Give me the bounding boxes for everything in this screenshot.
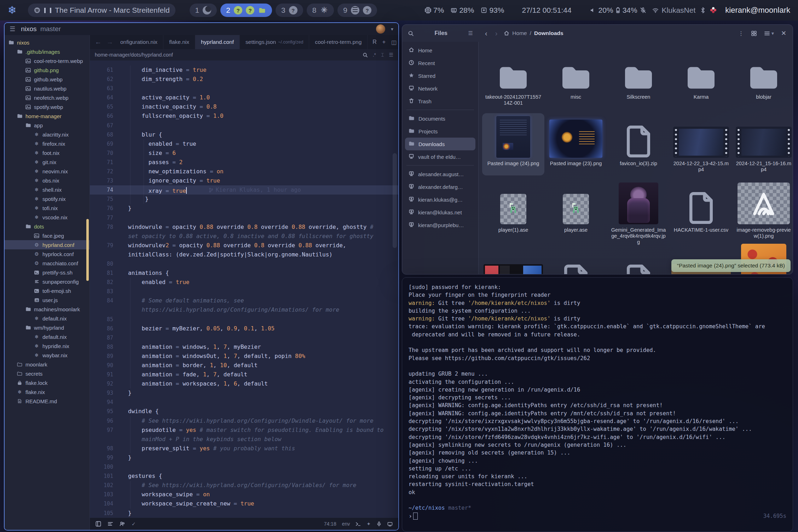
file-item-ca.crt[interactable]: ca.crt — [607, 252, 670, 274]
file-item-wrapped.png[interactable]: wrapped.png — [482, 252, 544, 274]
code-line[interactable]: 74 xray = trueKieran Klukas, 1 hour ago — [90, 185, 398, 195]
code-line[interactable]: 92 animation = workspaces, 1, 6, default — [90, 379, 398, 388]
tree-item-neovim.nix[interactable]: ❄neovim.nix — [5, 167, 89, 176]
close-window-icon[interactable]: ✕ — [781, 29, 786, 37]
code-line[interactable]: initialClass: (dev.zed.Zed|spotify|Slack… — [90, 250, 398, 259]
nav-back-icon[interactable]: ← — [95, 38, 102, 46]
assistant-icon[interactable]: ✦ — [366, 521, 371, 527]
panel-scrollbar[interactable] — [86, 219, 89, 281]
workspace-8[interactable]: 8✳ — [307, 4, 334, 17]
bluetooth-icon[interactable] — [700, 7, 705, 14]
git-branch[interactable]: master — [40, 25, 61, 33]
file-item-image-removebg-preview(1).png[interactable]: image-removebg-preview(1).png — [733, 180, 793, 248]
sidebar-item-Home[interactable]: Home — [405, 44, 475, 57]
breadcrumb-path[interactable]: home-manager/dots/hyprland.conf — [95, 52, 173, 58]
clock[interactable]: 27/12 00:51:44 — [522, 6, 571, 15]
list-view-icon[interactable] — [764, 30, 770, 36]
code-line[interactable]: 70 size = 6 — [90, 149, 398, 158]
code-line[interactable]: 77 — [90, 213, 398, 222]
code-line[interactable]: 63 — [90, 84, 398, 93]
code-line[interactable]: 67 — [90, 121, 398, 130]
file-item-takeout-20241207T155714Z-001[interactable]: takeout-20241207T155714Z-001 — [482, 47, 544, 109]
code-line[interactable]: 73 ignore_opacity = true — [90, 176, 398, 185]
menu-icon[interactable]: ☰ — [10, 25, 15, 33]
tree-item-hyprland.conf[interactable]: ⚙hyprland.conf — [5, 240, 89, 249]
editor-titlebar[interactable]: ☰ nixos master ▾ — [5, 23, 398, 35]
code-line[interactable]: 75 } — [90, 195, 398, 204]
code-line[interactable]: 97 pseudotile = yes # master switch for … — [90, 426, 398, 435]
grid-view-icon[interactable] — [751, 30, 757, 36]
code-line[interactable]: 68 blur { — [90, 130, 398, 139]
tree-item-foot.nix[interactable]: ❄foot.nix — [5, 148, 89, 157]
code-line[interactable]: 61 dim_inactive = true — [90, 65, 398, 75]
tab-hyprland.conf[interactable]: hyprland.conf — [195, 35, 240, 49]
breadcrumb-current[interactable]: Downloads — [534, 30, 563, 36]
tree-item-sunpaperconfig[interactable]: sunpaperconfig — [5, 277, 89, 286]
tree-item-tofi.nix[interactable]: ❄tofi.nix — [5, 203, 89, 213]
file-item-Pasted image (23).png[interactable]: Pasted image (23).png — [545, 113, 607, 175]
sidebar-item-Downloads[interactable]: Downloads — [405, 138, 475, 150]
tree-item-spotify.nix[interactable]: ❄spotify.nix — [5, 194, 89, 203]
file-item-misc[interactable]: misc — [545, 47, 607, 109]
forward-icon[interactable]: › — [495, 29, 498, 37]
tree-item-default.nix[interactable]: ❄default.nix — [5, 314, 89, 323]
code-line[interactable]: 95dwindle { — [90, 407, 398, 416]
workspace-2[interactable]: 2?? — [220, 4, 272, 17]
code-line[interactable]: 100 — [90, 462, 398, 472]
tree-item-hyprlock.conf[interactable]: ⚙hyprlock.conf — [5, 249, 89, 259]
file-item-blobjar[interactable]: blobjar — [733, 47, 793, 109]
cursor-position[interactable]: 74:18 — [324, 521, 336, 527]
tree-item-waybar.nix[interactable]: ❄waybar.nix — [5, 351, 89, 360]
file-item-2024-12-22_13-42-15.mp4[interactable]: 2024-12-22_13-42-15.mp4 — [670, 113, 732, 175]
sidebar-item-vault of the eldu…[interactable]: vault of the eldu… — [405, 150, 475, 163]
sidebar-item-Documents[interactable]: Documents — [405, 112, 475, 125]
sidebar-item-Network[interactable]: Network — [405, 82, 475, 95]
split-pane-icon[interactable]: ◫ — [391, 39, 397, 46]
code-line[interactable]: 84 # Some default animations, see — [90, 296, 398, 305]
tree-item-prettify-ss.sh[interactable]: prettify-ss.sh — [5, 268, 89, 277]
search-icon[interactable] — [363, 52, 368, 58]
file-item-HACKATIME-1-user.csv[interactable]: HACKATIME-1-user.csv — [670, 180, 732, 248]
editor-scrollbar[interactable] — [393, 153, 397, 248]
tree-item-shell.nix[interactable]: ❄shell.nix — [5, 185, 89, 194]
code-line[interactable]: 81animations { — [90, 268, 398, 278]
tree-item-flake.lock[interactable]: flake.lock — [5, 378, 89, 387]
file-item-Gemini_Generated_Image_4rqv8k4rqv8k4rqv.jpg[interactable]: Gemini_Generated_Image_4rqv8k4rqv8k4rqv.… — [607, 180, 670, 248]
back-icon[interactable]: ‹ — [485, 29, 487, 37]
tree-item-alacritty.nix[interactable]: ❄alacritty.nix — [5, 130, 89, 139]
code-line[interactable]: 96 # See https://wiki.hyprland.org/Confi… — [90, 416, 398, 426]
tree-item-obs.nix[interactable]: ❄obs.nix — [5, 176, 89, 185]
code-line[interactable]: 102 # See https://wiki.hyprland.org/Conf… — [90, 481, 398, 490]
tree-item-README.md[interactable]: README.md — [5, 397, 89, 406]
terminal-panel-icon[interactable] — [355, 521, 361, 527]
tree-item-git.nix[interactable]: ❄git.nix — [5, 157, 89, 167]
tree-item-firefox.nix[interactable]: ❄firefox.nix — [5, 139, 89, 148]
project-name[interactable]: nixos — [21, 25, 36, 33]
code-line[interactable]: 86 bezier = myBezier, 0.05, 0.9, 0.1, 1.… — [90, 324, 398, 333]
tree-item-github.png[interactable]: github.png — [5, 65, 89, 75]
code-editor[interactable]: 61 dim_inactive = true62 dim_strength = … — [90, 60, 398, 518]
chevron-down-icon[interactable]: ▾ — [771, 30, 774, 36]
screen-share-icon[interactable] — [387, 521, 393, 527]
code-line[interactable]: set opacity to 0.88 active, 0.8 inactive… — [90, 232, 398, 241]
tree-item-spotify.webp[interactable]: spotify.webp — [5, 102, 89, 111]
file-item-player.ase[interactable]: player.ase — [545, 180, 607, 248]
code-line[interactable]: 104 workspace_swipe_create_new = true — [90, 499, 398, 508]
code-line[interactable]: 87 — [90, 333, 398, 342]
hamburger-menu-icon[interactable]: ☰ — [468, 30, 473, 36]
tree-item-neofetch.webp[interactable]: neofetch.webp — [5, 93, 89, 102]
file-item-Silkscreen[interactable]: Silkscreen — [607, 47, 670, 109]
pause-icon[interactable] — [44, 8, 51, 13]
code-line[interactable]: 69 enabled = true — [90, 139, 398, 149]
tree-item-dots[interactable]: dots — [5, 222, 89, 231]
workspace-3[interactable]: 3? — [276, 4, 303, 17]
code-line[interactable]: 72 new_optimizations = on — [90, 167, 398, 176]
code-line[interactable]: mainMod + P in the keybinds section belo… — [90, 435, 398, 444]
code-line[interactable]: 66 fullscreen_opacity = 1.0 — [90, 111, 398, 121]
volume-icon[interactable] — [589, 7, 596, 14]
sidebar-item-alesander.august…[interactable]: alesander.august… — [405, 168, 475, 180]
code-line[interactable]: 65 inactive_opacity = 0.8 — [90, 102, 398, 111]
project-panel-icon[interactable] — [96, 521, 101, 527]
env-label[interactable]: env — [342, 521, 350, 527]
file-item-DoubloonLeaderboard.csv[interactable]: DoubloonLeaderboard.csv — [545, 252, 607, 274]
